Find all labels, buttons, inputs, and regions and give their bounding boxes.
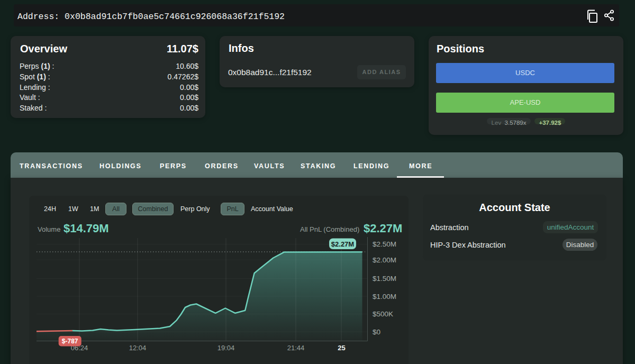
svg-text:$-787: $-787 <box>62 338 78 345</box>
svg-text:19:04: 19:04 <box>217 344 235 352</box>
svg-text:21:44: 21:44 <box>287 344 305 352</box>
svg-text:12:04: 12:04 <box>129 344 147 352</box>
svg-text:$2.50M: $2.50M <box>373 240 396 248</box>
svg-text:$500K: $500K <box>373 310 393 318</box>
svg-text:25: 25 <box>338 344 345 352</box>
svg-text:$1.00M: $1.00M <box>373 293 396 301</box>
svg-text:$1.50M: $1.50M <box>373 275 396 283</box>
svg-text:$2.27M: $2.27M <box>331 240 354 248</box>
svg-text:$0: $0 <box>373 328 380 336</box>
svg-text:$2.00M: $2.00M <box>373 256 396 264</box>
